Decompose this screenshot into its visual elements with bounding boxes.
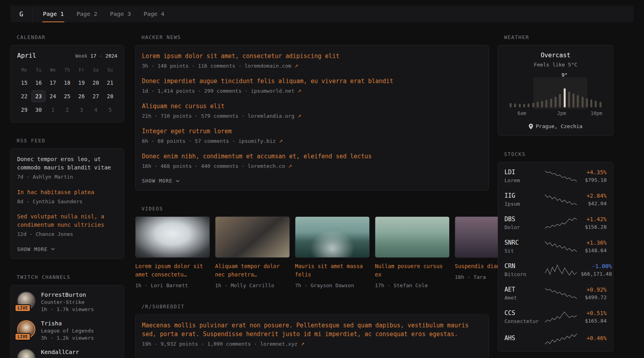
stock-row[interactable]: SNRC Sit +1.36% $148.64 [504, 239, 607, 254]
weather-bar [545, 80, 548, 107]
stock-values: -1.00% $66,171.48 [581, 263, 612, 277]
stock-values: +2.84% $42.04 [581, 193, 607, 206]
news-title[interactable]: Aliquam nec cursus elit [142, 102, 482, 111]
rss-item-title[interactable]: In hac habitasse platea [17, 188, 117, 197]
stock-change: +0.51% [581, 310, 607, 316]
stock-row[interactable]: LDI Lorem +4.35% $795.18 [504, 169, 607, 183]
channel-name[interactable]: KendallCarr [41, 349, 79, 355]
avatar[interactable] [17, 349, 35, 358]
stock-symbol: CRN [504, 263, 541, 270]
stock-values: +0.46% [581, 335, 607, 343]
video-thumbnail[interactable] [135, 216, 210, 258]
tab-page-3[interactable]: Page 3 [104, 6, 137, 22]
external-link-icon[interactable]: ↗ [297, 88, 301, 94]
external-link-icon[interactable]: ↗ [288, 163, 292, 169]
stock-change: +0.92% [581, 286, 607, 293]
location-pin-icon [529, 124, 533, 129]
weather-bar [576, 80, 579, 107]
stock-sparkline [544, 194, 578, 206]
external-link-icon[interactable]: ↗ [301, 341, 305, 347]
reddit-post-title[interactable]: Maecenas mollis pulvinar erat non posuer… [142, 321, 482, 339]
weekday-label: Fr [74, 66, 89, 75]
rss-item: Sed volutpat nulla nisl, a condimentum n… [17, 212, 117, 238]
stock-symbol: CCS [504, 309, 541, 317]
calendar-day-next-month: 5 [103, 104, 117, 116]
calendar-day-next-month: 1 [46, 104, 60, 116]
news-title[interactable]: Donec imperdiet augue tincidunt felis al… [142, 77, 482, 86]
tab-page-2[interactable]: Page 2 [70, 6, 103, 22]
video-title[interactable]: Mauris sit amet massa felis [295, 262, 370, 279]
twitch-channel-row[interactable]: LIVE Trisha League of Legends 3h · 1.2k … [17, 320, 117, 341]
stock-symbol: IIG [504, 192, 541, 199]
reddit-post-meta: 19h · 9,932 points · 1,090 comments · lo… [142, 340, 482, 348]
video-title[interactable]: Lorem ipsum dolor sit amet consectetu… [135, 262, 210, 279]
tab-page-4[interactable]: Page 4 [137, 6, 171, 22]
video-thumbnail[interactable] [215, 216, 290, 258]
twitch-channel-row[interactable]: LIVE ForrestBurton Counter-Strike 1h · 1… [17, 292, 117, 312]
videos-row: Lorem ipsum dolor sit amet consectetu… 1… [135, 216, 511, 288]
rss-item-title[interactable]: Donec tempor eros leo, ut commodo mauris… [17, 155, 117, 172]
calendar-title-row: April Week 17 · 2024 [17, 52, 117, 59]
external-link-icon[interactable]: ↗ [279, 138, 283, 144]
stock-row[interactable]: CRN Bitcorn -1.00% $66,171.48 [504, 263, 607, 277]
news-item: Donec enim nibh, condimentum et accumsan… [142, 152, 482, 170]
video-card[interactable]: Nullam posuere cursus ex 17h · Stefan Co… [375, 216, 450, 288]
stock-row[interactable]: DBS Dolor +1.42% $156.28 [504, 216, 607, 230]
rss-item-meta: 12d · Chance Jones [17, 230, 117, 238]
stock-sparkline [544, 170, 578, 182]
video-title[interactable]: Nullam posuere cursus ex [375, 262, 450, 279]
external-link-icon[interactable]: ↗ [297, 113, 301, 119]
channel-name[interactable]: ForrestBurton [41, 292, 94, 298]
news-show-more-button[interactable]: SHOW MORE [142, 178, 180, 184]
stock-price: $156.28 [581, 224, 607, 230]
video-thumbnail[interactable] [295, 216, 370, 258]
video-card[interactable]: Lorem ipsum dolor sit amet consectetu… 1… [135, 216, 210, 288]
weather-location-row: Prague, Czechia [504, 123, 607, 129]
channel-info: KendallCarr [41, 349, 79, 355]
tab-page-1[interactable]: Page 1 [37, 6, 70, 22]
video-card[interactable]: Mauris sit amet massa felis 7h · Grayson… [295, 216, 370, 288]
chevron-down-icon [176, 180, 180, 182]
calendar-day: 22 [17, 90, 31, 102]
weekday-label: Th [60, 66, 74, 75]
stock-row[interactable]: CCS Consectetur +0.51% $165.84 [504, 309, 607, 324]
calendar-day: 30 [31, 104, 46, 116]
rss-show-more-button[interactable]: SHOW MORE [17, 246, 55, 252]
rss-item-title[interactable]: Sed volutpat nulla nisl, a condimentum n… [17, 212, 117, 229]
time-label: 6am [518, 111, 526, 116]
channel-name[interactable]: Trisha [41, 320, 94, 327]
news-meta: 3h · 148 points · 116 comments · loremdo… [142, 62, 482, 70]
stock-change: +1.36% [581, 239, 607, 246]
news-title[interactable]: Lorem ipsum dolor sit amet, consectetur … [142, 52, 482, 61]
weather-chart-bars: 9° [509, 80, 602, 107]
stock-symbol: AET [504, 286, 541, 293]
stock-row[interactable]: AET Amet +0.92% $499.72 [504, 286, 607, 301]
weekday-label: Mo [17, 66, 31, 75]
subreddit-widget: /R/SUBREDDIT Maecenas mollis pulvinar er… [135, 304, 489, 358]
avatar-wrap: LIVE [17, 320, 35, 339]
weather-bar [523, 80, 526, 107]
weekday-label: Sa [89, 66, 103, 75]
video-meta: 1h · Molly Carrillo [215, 282, 290, 288]
stock-row[interactable]: AHS +0.46% [504, 333, 607, 345]
time-label: 10pm [591, 111, 602, 116]
video-thumbnail[interactable] [375, 216, 450, 258]
news-title[interactable]: Integer eget rutrum lorem [142, 127, 482, 136]
external-link-icon[interactable]: ↗ [295, 63, 299, 69]
stock-row[interactable]: IIG Ipsum +2.84% $42.04 [504, 192, 607, 207]
topbar: G Page 1 Page 2 Page 3 Page 4 [10, 6, 634, 22]
video-card[interactable]: Aliquam tempor dolor nec pharetra… 1h · … [215, 216, 290, 288]
video-title[interactable]: Aliquam tempor dolor nec pharetra… [215, 262, 290, 279]
rss-widget: RSS FEED Donec tempor eros leo, ut commo… [10, 138, 124, 259]
calendar-day: 27 [89, 90, 103, 102]
twitch-channel-row[interactable]: KendallCarr [17, 349, 117, 358]
stock-price: $795.18 [581, 177, 607, 183]
channel-viewers: 3h · 1.2k viewers [41, 335, 94, 341]
calendar-day: 18 [60, 77, 74, 89]
stocks-widget: STOCKS LDI Lorem +4.35% $795.18 [498, 151, 613, 352]
app-logo[interactable]: G [10, 6, 33, 22]
rss-item-meta: 8d · Cynthia Saunders [17, 198, 117, 206]
news-title[interactable]: Donec enim nibh, condimentum et accumsan… [142, 152, 482, 161]
calendar-day: 26 [74, 90, 89, 102]
stock-values: +0.51% $165.84 [581, 310, 607, 324]
